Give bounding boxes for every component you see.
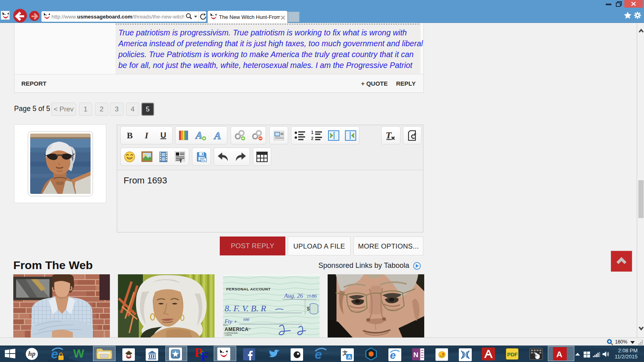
svg-text:1 DRIVE: 1 DRIVE [225, 334, 232, 336]
svg-text:A: A [213, 130, 221, 141]
svg-text:PDF: PDF [507, 352, 518, 358]
svg-text:36213: 36213 [223, 324, 228, 326]
svg-text:NA: NA [248, 327, 251, 330]
svg-text:N: N [413, 351, 418, 359]
svg-text:A: A [195, 130, 202, 141]
svg-text:Aug. 26: Aug. 26 [284, 292, 303, 299]
svg-text:86: 86 [312, 293, 317, 299]
svg-text:PERSONAL ACCOUNT: PERSONAL ACCOUNT [226, 287, 270, 291]
svg-text:A: A [348, 354, 351, 360]
svg-text:19: 19 [307, 294, 311, 298]
svg-text:Fty +: Fty + [224, 319, 237, 325]
svg-text:2: 2 [311, 136, 314, 141]
svg-text:8. F. V. B. R: 8. F. V. B. R [225, 303, 266, 313]
svg-text:$: $ [307, 306, 310, 312]
svg-text:AMERICA: AMERICA [225, 327, 249, 332]
svg-text:T: T [386, 130, 392, 140]
svg-text:F: F [201, 349, 209, 362]
svg-text:A: A [556, 350, 562, 359]
svg-text:1: 1 [311, 130, 314, 135]
